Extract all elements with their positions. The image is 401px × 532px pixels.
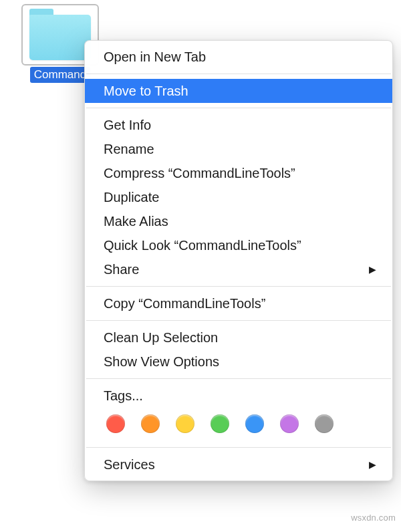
menu-item-clean-up-selection[interactable]: Clean Up Selection: [85, 325, 392, 350]
menu-item-duplicate[interactable]: Duplicate: [85, 185, 392, 209]
menu-item-copy[interactable]: Copy “CommandLineTools”: [85, 291, 392, 315]
menu-item-move-to-trash[interactable]: Move to Trash: [85, 79, 392, 103]
tag-dot-gray[interactable]: [315, 414, 333, 433]
menu-item-show-view-options[interactable]: Show View Options: [85, 350, 392, 374]
tag-dot-green[interactable]: [211, 414, 229, 433]
menu-item-label: Share: [104, 260, 139, 279]
menu-item-label: Services: [104, 455, 155, 474]
tag-dot-purple[interactable]: [280, 414, 299, 433]
tag-dot-orange[interactable]: [141, 414, 160, 433]
menu-separator: [86, 378, 391, 379]
menu-item-open-in-new-tab[interactable]: Open in New Tab: [85, 45, 392, 69]
menu-item-label: Tags...: [104, 386, 143, 405]
menu-separator: [86, 108, 391, 108]
menu-item-label: Rename: [104, 140, 154, 158]
tag-dot-blue[interactable]: [245, 414, 264, 433]
chevron-right-icon: ▶: [369, 455, 376, 474]
menu-item-quick-look[interactable]: Quick Look “CommandLineTools”: [85, 233, 392, 257]
menu-separator: [86, 286, 391, 287]
tags-color-row: [85, 408, 392, 442]
menu-item-make-alias[interactable]: Make Alias: [85, 209, 392, 233]
tag-dot-yellow[interactable]: [176, 414, 194, 433]
menu-item-get-info[interactable]: Get Info: [85, 113, 392, 137]
tag-dot-red[interactable]: [106, 414, 125, 433]
menu-item-share[interactable]: Share ▶: [85, 257, 392, 281]
menu-item-tags[interactable]: Tags...: [85, 384, 392, 408]
menu-item-rename[interactable]: Rename: [85, 137, 392, 161]
menu-item-label: Quick Look “CommandLineTools”: [104, 236, 301, 255]
watermark-text: wsxdn.com: [351, 513, 396, 523]
menu-item-label: Compress “CommandLineTools”: [104, 164, 295, 182]
menu-item-compress[interactable]: Compress “CommandLineTools”: [85, 161, 392, 185]
menu-item-label: Make Alias: [104, 212, 168, 231]
menu-item-label: Get Info: [104, 116, 151, 134]
menu-item-label: Open in New Tab: [104, 47, 206, 66]
menu-separator: [86, 320, 391, 321]
menu-item-label: Clean Up Selection: [104, 328, 218, 347]
menu-item-services[interactable]: Services ▶: [85, 452, 392, 477]
chevron-right-icon: ▶: [369, 260, 376, 279]
menu-separator: [86, 447, 391, 448]
menu-item-label: Show View Options: [104, 352, 219, 371]
menu-item-label: Move to Trash: [104, 82, 188, 100]
folder-icon: [27, 8, 94, 61]
context-menu: Open in New Tab Move to Trash Get Info R…: [84, 40, 393, 481]
menu-separator: [86, 74, 391, 74]
menu-item-label: Copy “CommandLineTools”: [104, 294, 265, 313]
folder-label: Command: [30, 67, 90, 83]
menu-item-label: Duplicate: [104, 188, 159, 207]
